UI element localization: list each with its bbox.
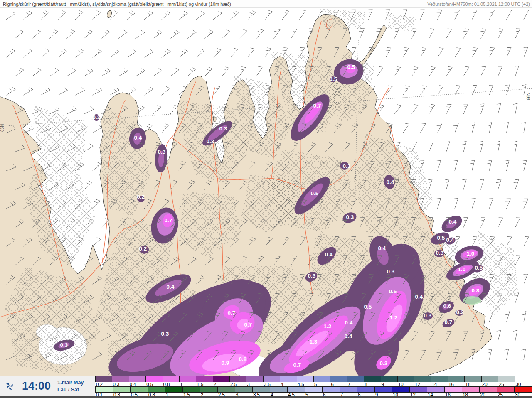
precip-label: 0.5 xyxy=(311,190,319,197)
legend-cell xyxy=(323,387,340,392)
legend-cell xyxy=(392,387,410,392)
precip-label: 0.4 xyxy=(134,135,142,141)
precip-label: 0.4 xyxy=(167,284,175,290)
weather-map-page: { "header": { "left": "Rigning/skúrir (g… xyxy=(0,0,532,398)
precip-label: 1.0 xyxy=(458,266,466,273)
legend-cell xyxy=(280,376,297,382)
map-canvas[interactable]: 0.50.50.70.30.30.40.30.30.20.30.50.20.70… xyxy=(0,8,532,376)
precipitation-legend: 0.20.30.40.50.811.522.533.544.5567891012… xyxy=(95,376,532,398)
date-line-1: 1.maí/ May xyxy=(57,379,84,386)
legend-cell xyxy=(462,387,480,392)
legend-cell xyxy=(414,376,431,382)
legend-cell xyxy=(445,387,462,392)
legend-cell xyxy=(270,387,288,392)
legend-cell xyxy=(165,387,183,392)
bottom-border-strip xyxy=(0,396,532,398)
precip-label: 0.5 xyxy=(475,265,483,271)
legend-cell xyxy=(148,387,165,392)
precip-label: 0.4 xyxy=(449,219,457,225)
legend-cell xyxy=(498,376,515,382)
precip-label: 1.2 xyxy=(324,323,332,329)
time-display: 14:00 xyxy=(22,380,51,393)
precip-label: 0.3 xyxy=(424,312,432,319)
footer-bar: 14:00 1.maí/ May Lau./ Sat 0.20.30.40.50… xyxy=(0,376,532,396)
precip-label: 0.7 xyxy=(244,322,252,328)
legend-cell xyxy=(288,387,305,392)
legend-cell xyxy=(410,387,427,392)
precip-label: 0.4 xyxy=(387,179,394,185)
precip-label: 0.5 xyxy=(364,304,372,310)
legend-cell xyxy=(431,376,448,382)
legend-cell xyxy=(515,376,532,382)
legend-cell xyxy=(297,376,314,382)
legend-cell xyxy=(364,376,381,382)
date-display: 1.maí/ May Lau./ Sat xyxy=(57,379,84,393)
precip-label: 0.6 xyxy=(443,303,451,309)
precip-label: 0.3 xyxy=(93,114,101,120)
latitude-label: 66N xyxy=(0,124,5,132)
legend-cell xyxy=(96,387,113,392)
legend-cell xyxy=(129,376,146,382)
precip-label: 0.7 xyxy=(228,310,236,316)
precip-label: 1.0 xyxy=(467,251,475,257)
legend-cell xyxy=(480,387,497,392)
title-bar: Rigning/skúrir (grænt/blátt/rautt - mm/1… xyxy=(0,0,532,8)
precip-label: 0.4 xyxy=(345,333,352,339)
precip-label: 0.3 xyxy=(161,331,169,337)
precip-label: 0.3 xyxy=(219,125,227,132)
precip-label: 0.3 xyxy=(207,138,214,145)
latitude-label: 66N xyxy=(526,93,531,100)
legend-cell xyxy=(200,387,218,392)
precip-label: 0.7 xyxy=(445,319,453,325)
precip-label: 0.4 xyxy=(345,319,353,326)
legend-cell xyxy=(213,376,230,382)
precip-label: 0.3 xyxy=(343,163,351,169)
legend-cell xyxy=(482,376,498,382)
legend-cell xyxy=(218,387,235,392)
legend-cell xyxy=(253,387,270,392)
precip-label: 0.7 xyxy=(313,103,321,109)
legend-cell xyxy=(398,376,414,382)
legend-cell xyxy=(180,376,196,382)
legend-cell xyxy=(465,376,481,382)
precip-label: 0.9 xyxy=(222,360,229,366)
legend-cell xyxy=(183,387,200,392)
legend-cell xyxy=(375,387,392,392)
legend-cell xyxy=(230,376,246,382)
legend-cell xyxy=(246,376,263,382)
legend-row-rain-bar xyxy=(95,386,532,393)
precip-label: 0.4 xyxy=(325,251,333,258)
legend-cell xyxy=(235,387,253,392)
precip-label: 0.5 xyxy=(330,76,337,82)
legend-row-sleet-ticks: 0.20.30.40.50.811.522.533.544.5567891012… xyxy=(95,382,532,386)
precip-label: 0.8 xyxy=(239,356,247,362)
legend-cell xyxy=(314,376,330,382)
legend-cell xyxy=(448,376,465,382)
precip-label: 0.2 xyxy=(139,246,147,252)
legend-cell xyxy=(347,376,364,382)
legend-cell xyxy=(330,376,347,382)
precip-label: 0.5 xyxy=(437,235,445,241)
precip-label: 0.3 xyxy=(346,214,354,220)
precip-label: 0.7 xyxy=(293,362,301,368)
legend-cell xyxy=(305,387,323,392)
precip-label: 0.5 xyxy=(347,64,355,70)
legend-cell xyxy=(196,376,213,382)
legend-cell xyxy=(381,376,398,382)
met-office-logo-icon xyxy=(5,381,15,391)
precip-label: 0.3 xyxy=(308,273,316,279)
precip-label: 0.2 xyxy=(137,194,145,200)
precip-label: 0.3 xyxy=(158,149,166,155)
precip-label: 0.2 xyxy=(456,309,464,315)
precip-label: 0.4 xyxy=(378,245,386,251)
legend-cell xyxy=(497,387,515,392)
legend-cell xyxy=(357,387,375,392)
precip-label: 0.7 xyxy=(165,217,172,224)
precip-label: 0.5 xyxy=(389,288,397,295)
legend-cell xyxy=(113,387,131,392)
precip-label: 1.3 xyxy=(310,339,318,345)
precip-label: 0.3 xyxy=(436,250,444,256)
precip-label: 0.3 xyxy=(60,342,68,348)
legend-cell xyxy=(131,387,148,392)
legend-cell xyxy=(515,387,532,392)
